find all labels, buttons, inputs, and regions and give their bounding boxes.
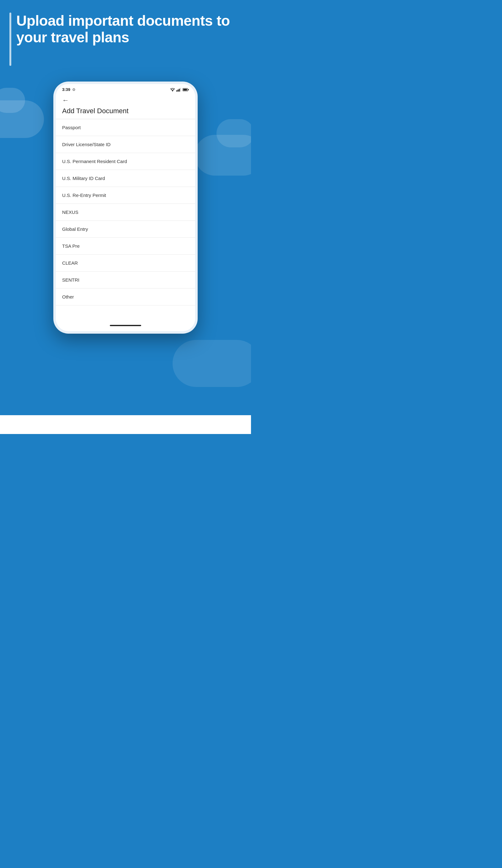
svg-rect-6 [188, 89, 189, 90]
svg-point-0 [172, 91, 173, 91]
svg-rect-4 [180, 88, 181, 92]
list-item-driver-license[interactable]: Driver License/State ID [56, 136, 195, 153]
page-title: Add Travel Document [62, 107, 189, 115]
cloud-decoration-bottom-right [173, 340, 251, 387]
back-button[interactable]: ← [62, 96, 69, 104]
list-item-passport[interactable]: Passport [56, 119, 195, 136]
list-item-sentri[interactable]: SENTRI [56, 271, 195, 289]
svg-rect-3 [179, 89, 180, 92]
status-icons [170, 88, 189, 92]
cloud-decoration-right [195, 135, 251, 176]
phone-mockup: 3:39 ⚙ [53, 82, 198, 334]
wifi-icon [170, 88, 175, 92]
status-bar: 3:39 ⚙ [56, 84, 195, 94]
svg-rect-2 [177, 89, 178, 92]
gear-icon: ⚙ [72, 87, 75, 92]
list-item-military-id[interactable]: U.S. Military ID Card [56, 170, 195, 187]
battery-icon [183, 88, 189, 92]
list-item-empty [56, 306, 195, 321]
list-item-permanent-resident[interactable]: U.S. Permanent Resident Card [56, 153, 195, 170]
document-list: Passport Driver License/State ID U.S. Pe… [56, 119, 195, 321]
cloud-decoration-left [0, 100, 44, 138]
main-heading: Upload important documents to your trave… [16, 12, 242, 46]
signal-icon [176, 88, 181, 92]
phone-outer-frame: 3:39 ⚙ [53, 82, 198, 334]
list-item-tsa-pre[interactable]: TSA Pre [56, 238, 195, 255]
app-header: ← Add Travel Document [56, 94, 195, 119]
phone-bottom-bar [56, 321, 195, 331]
list-item-nexus[interactable]: NEXUS [56, 204, 195, 221]
list-item-clear[interactable]: CLEAR [56, 255, 195, 271]
accent-bar [9, 12, 11, 66]
screen-content: ← Add Travel Document Passport Driver Li… [56, 94, 195, 321]
list-item-global-entry[interactable]: Global Entry [56, 221, 195, 238]
phone-screen: 3:39 ⚙ [56, 84, 195, 331]
heading-section: Upload important documents to your trave… [9, 12, 242, 66]
svg-rect-7 [183, 89, 187, 91]
svg-rect-1 [176, 90, 177, 92]
status-time: 3:39 [62, 87, 70, 92]
list-item-other[interactable]: Other [56, 289, 195, 306]
bottom-white-bar [0, 415, 251, 434]
list-item-reentry-permit[interactable]: U.S. Re-Entry Permit [56, 187, 195, 204]
home-indicator [110, 325, 141, 326]
